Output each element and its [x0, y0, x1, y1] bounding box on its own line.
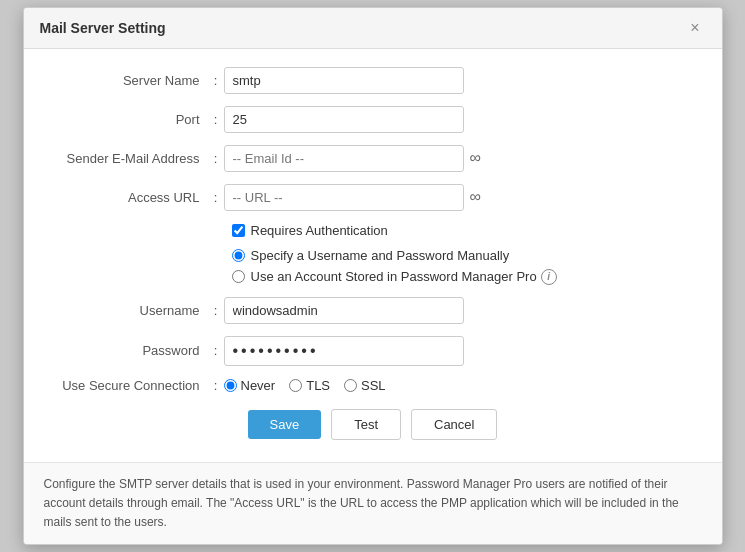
- server-name-input-wrap: [224, 67, 698, 94]
- server-name-row: Server Name :: [48, 67, 698, 94]
- dialog-header: Mail Server Setting ×: [24, 8, 722, 49]
- dialog-footer: Configure the SMTP server details that i…: [24, 462, 722, 545]
- port-row: Port :: [48, 106, 698, 133]
- button-row: Save Test Cancel: [48, 409, 698, 440]
- info-icon[interactable]: i: [541, 269, 557, 285]
- sender-email-input[interactable]: [224, 145, 464, 172]
- never-option[interactable]: Never: [224, 378, 276, 393]
- server-name-label: Server Name: [48, 73, 208, 88]
- sender-email-row: Sender E-Mail Address : ∞: [48, 145, 698, 172]
- requires-auth-row: Requires Authentication: [232, 223, 698, 238]
- username-label: Username: [48, 303, 208, 318]
- radio-manual[interactable]: [232, 249, 245, 262]
- password-label: Password: [48, 343, 208, 358]
- port-input-wrap: [224, 106, 698, 133]
- radio-never[interactable]: [224, 379, 237, 392]
- colon-7: :: [208, 378, 224, 393]
- save-button[interactable]: Save: [248, 410, 322, 439]
- sender-email-infinity-icon[interactable]: ∞: [470, 149, 481, 167]
- radio-manual-label[interactable]: Specify a Username and Password Manually: [251, 248, 510, 263]
- auth-method-radio-group: Specify a Username and Password Manually…: [232, 248, 698, 285]
- secure-options-group: Never TLS SSL: [224, 378, 386, 393]
- password-input-wrap: [224, 336, 698, 366]
- access-url-input-wrap: ∞: [224, 184, 698, 211]
- server-name-input[interactable]: [224, 67, 464, 94]
- ssl-label: SSL: [361, 378, 386, 393]
- radio-password-manager-label[interactable]: Use an Account Stored in Password Manage…: [251, 269, 537, 284]
- secure-conn-label: Use Secure Connection: [48, 378, 208, 393]
- requires-auth-checkbox[interactable]: [232, 224, 245, 237]
- close-button[interactable]: ×: [684, 18, 705, 38]
- cancel-button[interactable]: Cancel: [411, 409, 497, 440]
- radio-tls[interactable]: [289, 379, 302, 392]
- password-input[interactable]: [224, 336, 464, 366]
- ssl-option[interactable]: SSL: [344, 378, 386, 393]
- dialog-body: Server Name : Port : Sender E-Mail Addre…: [24, 49, 722, 462]
- tls-option[interactable]: TLS: [289, 378, 330, 393]
- access-url-label: Access URL: [48, 190, 208, 205]
- access-url-infinity-icon[interactable]: ∞: [470, 188, 481, 206]
- never-label: Never: [241, 378, 276, 393]
- footer-text: Configure the SMTP server details that i…: [44, 477, 679, 529]
- mail-server-dialog: Mail Server Setting × Server Name : Port…: [23, 7, 723, 546]
- radio-ssl[interactable]: [344, 379, 357, 392]
- colon-6: :: [208, 343, 224, 358]
- password-row: Password :: [48, 336, 698, 366]
- access-url-row: Access URL : ∞: [48, 184, 698, 211]
- secure-conn-options-wrap: Never TLS SSL: [224, 378, 698, 393]
- colon-3: :: [208, 151, 224, 166]
- sender-email-input-wrap: ∞: [224, 145, 698, 172]
- tls-label: TLS: [306, 378, 330, 393]
- port-label: Port: [48, 112, 208, 127]
- radio-manual-option: Specify a Username and Password Manually: [232, 248, 698, 263]
- port-input[interactable]: [224, 106, 464, 133]
- colon-4: :: [208, 190, 224, 205]
- test-button[interactable]: Test: [331, 409, 401, 440]
- radio-password-manager[interactable]: [232, 270, 245, 283]
- requires-auth-label[interactable]: Requires Authentication: [251, 223, 388, 238]
- username-input-wrap: [224, 297, 698, 324]
- secure-conn-row: Use Secure Connection : Never TLS SSL: [48, 378, 698, 393]
- colon-5: :: [208, 303, 224, 318]
- username-input[interactable]: [224, 297, 464, 324]
- colon-2: :: [208, 112, 224, 127]
- radio-password-manager-option: Use an Account Stored in Password Manage…: [232, 269, 698, 285]
- username-row: Username :: [48, 297, 698, 324]
- access-url-input[interactable]: [224, 184, 464, 211]
- sender-email-label: Sender E-Mail Address: [48, 151, 208, 166]
- dialog-title: Mail Server Setting: [40, 20, 166, 36]
- colon-1: :: [208, 73, 224, 88]
